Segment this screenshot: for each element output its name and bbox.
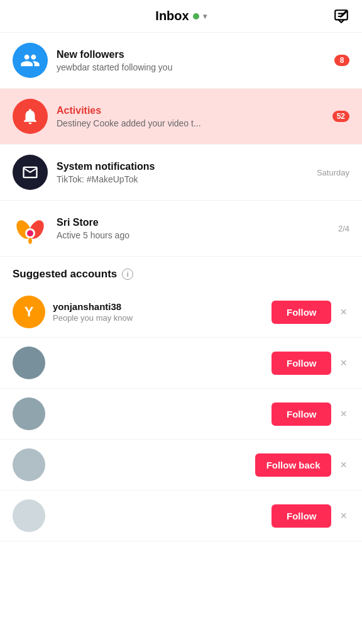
sri-store-subtitle: Active 5 hours ago	[57, 230, 332, 240]
chevron-down-icon[interactable]: ▾	[203, 12, 207, 21]
suggested-accounts-header: Suggested accounts i	[0, 257, 362, 287]
activities-subtitle: Destiney Cooke added your video t...	[57, 118, 326, 128]
follow-button-2[interactable]: Follow	[272, 402, 332, 426]
inbox-item-new-followers[interactable]: New followers yewbdar started following …	[0, 33, 362, 89]
info-icon[interactable]: i	[122, 269, 133, 280]
sri-store-avatar	[13, 211, 48, 246]
suggested-avatar-3	[13, 448, 45, 481]
dismiss-button-0[interactable]: ×	[337, 303, 349, 321]
suggested-info-2	[53, 413, 265, 414]
suggested-actions-1: Follow ×	[272, 352, 349, 375]
compose-button[interactable]	[333, 8, 349, 25]
suggested-item-2: Follow ×	[0, 389, 362, 440]
follow-back-button-3[interactable]: Follow back	[255, 453, 332, 477]
new-followers-subtitle: yewbdar started following you	[57, 62, 328, 72]
inbox-list: New followers yewbdar started following …	[0, 33, 362, 257]
suggested-name-0: yonjanshanti38	[53, 301, 265, 312]
follow-button-0[interactable]: Follow	[272, 301, 332, 324]
activities-content: Activities Destiney Cooke added your vid…	[57, 105, 326, 128]
follow-button-4[interactable]: Follow	[272, 504, 332, 528]
suggested-avatar-2	[13, 397, 45, 430]
dismiss-button-4[interactable]: ×	[337, 507, 349, 525]
dismiss-button-1[interactable]: ×	[337, 354, 349, 372]
activities-avatar	[13, 99, 48, 134]
suggested-item-3: Follow back ×	[0, 440, 362, 491]
suggested-actions-0: Follow ×	[272, 301, 349, 324]
new-followers-meta: 8	[334, 55, 349, 66]
new-followers-content: New followers yewbdar started following …	[57, 49, 328, 72]
suggested-list: Y yonjanshanti38 People you may know Fol…	[0, 287, 362, 541]
suggested-label: Suggested accounts	[13, 268, 117, 280]
suggested-desc-0: People you may know	[53, 313, 265, 323]
system-title: System notifications	[57, 161, 310, 172]
inbox-item-sri-store[interactable]: Sri Store Active 5 hours ago 2/4	[0, 201, 362, 257]
header: Inbox ▾	[0, 0, 362, 33]
suggested-info-4	[53, 515, 265, 516]
system-content: System notifications TikTok: #MakeUpTok	[57, 161, 310, 184]
sri-store-time: 2/4	[338, 224, 349, 233]
dismiss-button-2[interactable]: ×	[337, 405, 349, 423]
suggested-actions-3: Follow back ×	[255, 453, 349, 477]
inbox-item-activities[interactable]: Activities Destiney Cooke added your vid…	[0, 89, 362, 145]
suggested-info-0: yonjanshanti38 People you may know	[53, 301, 265, 323]
activities-title: Activities	[57, 105, 326, 116]
sri-store-title: Sri Store	[57, 217, 332, 228]
suggested-avatar-0: Y	[13, 296, 45, 328]
activities-meta: 52	[332, 111, 349, 122]
suggested-actions-2: Follow ×	[272, 402, 349, 426]
activities-badge: 52	[332, 111, 349, 122]
inbox-item-system[interactable]: System notifications TikTok: #MakeUpTok …	[0, 145, 362, 201]
header-title-group: Inbox ▾	[155, 9, 206, 23]
suggested-info-1	[53, 362, 265, 364]
suggested-info-3	[53, 464, 249, 465]
follow-button-1[interactable]: Follow	[272, 352, 332, 375]
svg-point-7	[28, 238, 32, 244]
suggested-actions-4: Follow ×	[272, 504, 349, 528]
suggested-avatar-4	[13, 499, 45, 532]
suggested-item-0: Y yonjanshanti38 People you may know Fol…	[0, 287, 362, 338]
new-followers-avatar	[13, 43, 48, 78]
status-dot	[193, 13, 199, 19]
new-followers-badge: 8	[334, 55, 349, 66]
system-time: Saturday	[317, 168, 349, 177]
new-followers-title: New followers	[57, 49, 328, 60]
sri-store-meta: 2/4	[338, 224, 349, 233]
svg-point-6	[27, 230, 33, 236]
suggested-item-1: Follow ×	[0, 338, 362, 389]
suggested-item-4: Follow ×	[0, 491, 362, 541]
suggested-avatar-1	[13, 347, 45, 379]
dismiss-button-3[interactable]: ×	[337, 456, 349, 474]
inbox-title: Inbox	[155, 9, 189, 23]
sri-store-content: Sri Store Active 5 hours ago	[57, 217, 332, 240]
system-subtitle: TikTok: #MakeUpTok	[57, 174, 310, 184]
system-avatar	[13, 155, 48, 190]
system-meta: Saturday	[317, 168, 349, 177]
